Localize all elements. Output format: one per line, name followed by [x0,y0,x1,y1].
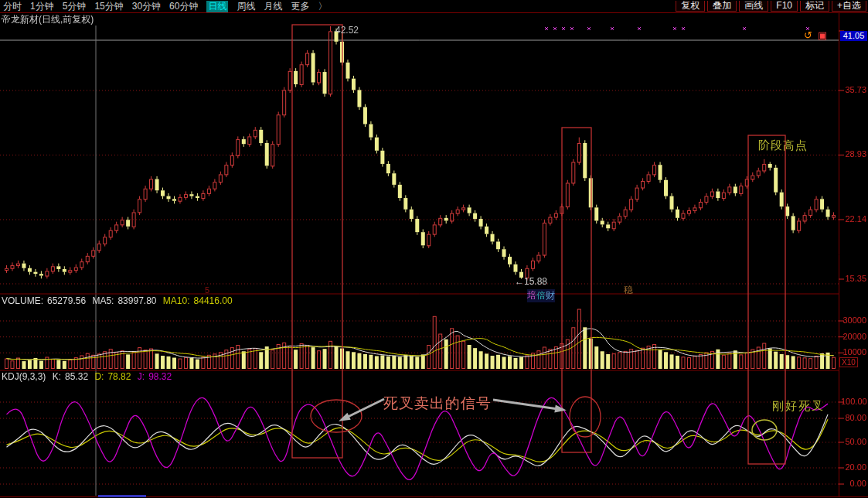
chart-title: 帝龙新材(日线,前复权) [2,13,94,26]
watermark-char: 财 [546,290,555,301]
period-tab-8[interactable]: 月线 [264,1,282,12]
kdj-d-value: 78.82 [107,371,131,382]
toolbar-button-1[interactable]: 叠加 [707,1,737,12]
volume-axis-label: 20000 [841,333,866,341]
volume-axis-label: 30000 [841,316,866,325]
kdj-axis-label: 50.00 [841,438,866,446]
period-tab-9[interactable]: 更多 [291,1,309,12]
period-tab-4[interactable]: 30分钟 [132,1,161,12]
low-price-label: 15.88 [524,276,547,287]
kdj-axis-label: 100.00 [841,397,866,406]
kdj-axis-label: 80.00 [841,414,866,422]
price-axis-label: 15.35 [841,275,866,283]
kdj-axis-label: 20.00 [841,463,866,472]
annotation-just-death-cross: 刚好死叉 [772,399,825,414]
annotation-stage-high: 阶段高点 [758,138,808,153]
period-tab-3[interactable]: 15分钟 [94,1,123,12]
period-tabs: 分时1分钟5分钟15分钟30分钟60分钟日线周线月线更多〉 [0,0,335,12]
period-tab-10[interactable]: 〉 [318,1,327,12]
price-axis-label: 22.14 [841,215,866,223]
volume-label: VOLUME: [2,295,43,306]
kdj-header: KDJ(9,3,3) K:85.32 D:78.82 J:98.32 [2,371,175,382]
toolbar: 分时1分钟5分钟15分钟30分钟60分钟日线周线月线更多〉 复权叠加画线F10标… [0,0,868,13]
period-tab-5[interactable]: 60分钟 [169,1,198,12]
volume-ma5-value: 83997.80 [117,295,156,306]
volume-axis-label: 10000 [841,348,866,356]
kdj-axis-label: 0.00 [841,479,866,488]
watermark-digit: 5 [205,285,209,295]
watermark-text: 培倍财 [527,289,555,302]
watermark-char: 稳 [624,284,633,297]
toolbar-button-2[interactable]: 画线 [739,1,768,12]
period-tab-7[interactable]: 周线 [237,1,255,12]
price-axis-label: 35.73 [841,86,866,94]
toolbar-button-0[interactable]: 复权 [676,1,705,12]
toolbar-button-5[interactable]: +自选 [832,1,866,12]
left-arrow-icon: ← [515,276,524,287]
volume-ma10-label: MA10: [163,295,190,306]
kdj-label: KDJ(9,3,3) [2,371,46,382]
price-axis-label: 28.93 [841,150,866,159]
watermark-char: 倍 [536,290,546,301]
chart-canvas[interactable] [0,0,868,498]
kdj-k-value: 85.32 [65,371,88,382]
kdj-k-label: K: [53,371,61,382]
annotation-death-cross-signal: 死叉卖出的信号 [383,394,492,414]
high-price-label: 42.52 [335,25,359,36]
window-box-icon[interactable]: ▣ [818,29,827,41]
stock-app-window: 分时1分钟5分钟15分钟30分钟60分钟日线周线月线更多〉 复权叠加画线F10标… [0,0,868,498]
period-tab-2[interactable]: 5分钟 [63,1,87,12]
volume-unit-label: X10 [839,357,858,367]
low-price-marker: ←15.88 [515,276,547,287]
volume-ma5-label: MA5: [92,295,114,306]
toolbar-button-3[interactable]: F10 [771,1,798,12]
kdj-j-label: J: [138,371,145,382]
toolbar-button-4[interactable]: 标记 [800,1,829,12]
period-tab-0[interactable]: 分时 [3,1,22,12]
kdj-j-value: 98.32 [148,371,172,382]
current-price-tag: 41.05 [840,31,867,41]
volume-value: 65279.56 [47,295,86,306]
volume-ma10-value: 84416.00 [194,295,233,306]
refresh-icon[interactable]: ↺ [804,29,812,41]
period-tab-6[interactable]: 日线 [206,1,228,12]
watermark-char: 培 [527,290,536,301]
period-tab-1[interactable]: 1分钟 [30,1,54,12]
volume-header: VOLUME:65279.56 MA5:83997.80 MA10:84416.… [2,295,237,306]
kdj-d-label: D: [94,371,104,382]
toolbar-buttons: 复权叠加画线F10标记+自选 [673,0,868,12]
